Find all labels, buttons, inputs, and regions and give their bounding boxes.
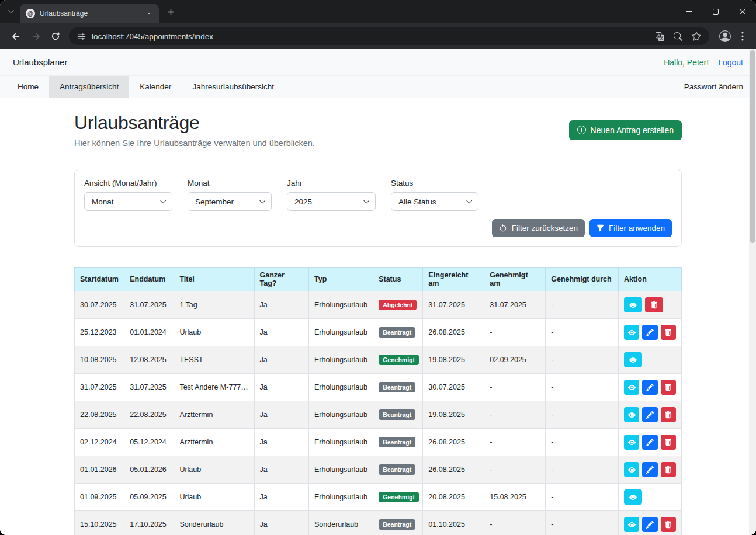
trash-icon bbox=[664, 411, 672, 419]
filter-select-status[interactable]: Alle Status bbox=[391, 192, 478, 211]
create-request-button[interactable]: Neuen Antrag erstellen bbox=[569, 120, 682, 140]
page-subtitle: Hier können Sie Ihre Urlaubsanträge verw… bbox=[74, 138, 315, 148]
cell-status: Beantragt bbox=[373, 511, 423, 535]
action-buttons bbox=[624, 325, 676, 340]
delete-button[interactable] bbox=[661, 407, 676, 422]
cell-startdatum: 02.12.2024 bbox=[75, 429, 124, 456]
delete-button[interactable] bbox=[645, 297, 663, 312]
filter-select-month[interactable]: September bbox=[188, 192, 272, 211]
back-button[interactable] bbox=[6, 26, 26, 46]
cell-ganzer-tag: Ja bbox=[254, 346, 309, 374]
delete-button[interactable] bbox=[661, 517, 676, 532]
nav-item-kalender[interactable]: Kalender bbox=[129, 76, 182, 98]
edit-button[interactable] bbox=[642, 435, 657, 450]
edit-button[interactable] bbox=[642, 380, 657, 395]
browser-menu-button[interactable] bbox=[735, 26, 750, 46]
cell-genehmigt-am: - bbox=[484, 401, 546, 429]
cell-enddatum: 22.08.2025 bbox=[124, 401, 174, 429]
page-title: Urlaubsanträge bbox=[74, 112, 315, 134]
delete-button[interactable] bbox=[661, 325, 676, 340]
site-settings-icon[interactable] bbox=[77, 32, 86, 41]
filter-label-status: Status bbox=[391, 179, 478, 187]
cell-enddatum: 05.09.2025 bbox=[124, 484, 174, 511]
nav-item-jahresurlaubsubersicht[interactable]: Jahresurlaubsübersicht bbox=[182, 76, 285, 98]
edit-button[interactable] bbox=[642, 517, 657, 532]
cell-genehmigt-durch: - bbox=[546, 401, 619, 429]
column-header-aktion: Aktion bbox=[618, 268, 681, 291]
close-button[interactable] bbox=[729, 0, 756, 23]
action-buttons bbox=[624, 352, 676, 367]
address-bar[interactable]: localhost:7045/appointments/index bbox=[69, 27, 709, 45]
filter-label-year: Jahr bbox=[287, 179, 376, 187]
translate-icon[interactable] bbox=[656, 32, 664, 41]
status-badge: Beantragt bbox=[379, 382, 415, 393]
cell-titel: 1 Tag bbox=[174, 291, 254, 319]
cell-aktion bbox=[618, 401, 681, 429]
browser-tab[interactable]: @ Urlaubsanträge bbox=[20, 4, 159, 23]
chevron-down-icon bbox=[8, 8, 15, 15]
cell-genehmigt-am: 02.09.2025 bbox=[484, 346, 546, 374]
profile-button[interactable] bbox=[715, 26, 735, 46]
edit-button[interactable] bbox=[642, 325, 657, 340]
apply-filter-button[interactable]: Filter anwenden bbox=[589, 219, 672, 237]
view-button[interactable] bbox=[624, 517, 639, 532]
table-body: 30.07.202531.07.20251 TagJaErholungsurla… bbox=[75, 291, 682, 535]
cell-status: Genehmigt bbox=[373, 484, 423, 511]
tab-search-button[interactable] bbox=[2, 0, 20, 23]
delete-button[interactable] bbox=[661, 462, 676, 477]
delete-button[interactable] bbox=[661, 380, 676, 395]
cell-status: Genehmigt bbox=[373, 346, 423, 374]
cell-startdatum: 31.07.2025 bbox=[75, 374, 124, 401]
view-button[interactable] bbox=[624, 435, 639, 450]
cell-titel: Arzttermin bbox=[174, 401, 254, 429]
scrollbar-thumb[interactable] bbox=[750, 50, 755, 243]
view-button[interactable] bbox=[624, 380, 639, 395]
status-badge: Abgelehnt bbox=[379, 300, 417, 311]
cell-genehmigt-am: - bbox=[484, 429, 546, 456]
cell-aktion bbox=[618, 484, 681, 511]
view-button[interactable] bbox=[624, 297, 642, 312]
cell-ganzer-tag: Ja bbox=[254, 291, 309, 319]
reload-button[interactable] bbox=[46, 26, 65, 46]
edit-button[interactable] bbox=[642, 462, 657, 477]
filter-select-view-mode[interactable]: Monat bbox=[84, 192, 172, 211]
nav-item-home[interactable]: Home bbox=[7, 76, 49, 98]
cell-ganzer-tag: Ja bbox=[254, 401, 309, 429]
tab-close-icon[interactable] bbox=[144, 8, 154, 19]
forward-button[interactable] bbox=[26, 26, 46, 46]
minimize-button[interactable] bbox=[675, 0, 702, 23]
cell-titel: Urlaub bbox=[174, 319, 254, 346]
filter-label-month: Monat bbox=[188, 179, 272, 187]
logout-link[interactable]: Logout bbox=[718, 58, 743, 67]
table-row: 02.12.202405.12.2024ArztterminJaErholung… bbox=[75, 429, 682, 456]
new-tab-button[interactable] bbox=[161, 0, 180, 23]
cell-titel: Sonderurlaub bbox=[174, 511, 254, 535]
view-button[interactable] bbox=[624, 489, 642, 505]
cell-genehmigt-am: - bbox=[484, 456, 546, 484]
cell-startdatum: 01.01.2026 bbox=[75, 456, 124, 484]
bookmark-star-icon[interactable] bbox=[692, 32, 701, 41]
cell-aktion bbox=[618, 374, 681, 401]
kebab-menu-icon bbox=[741, 32, 744, 41]
nav-spacer bbox=[285, 76, 678, 98]
view-button[interactable] bbox=[624, 325, 639, 340]
filter-actions: Filter zurücksetzen Filter anwenden bbox=[84, 219, 672, 237]
cell-enddatum: 12.08.2025 bbox=[124, 346, 174, 374]
edit-button[interactable] bbox=[642, 407, 657, 422]
view-button[interactable] bbox=[624, 462, 639, 477]
cell-status: Abgelehnt bbox=[373, 291, 423, 319]
page-scrollbar[interactable] bbox=[749, 49, 756, 535]
view-button[interactable] bbox=[624, 352, 642, 367]
filter-select-year[interactable]: 2025 bbox=[287, 192, 376, 211]
maximize-button[interactable] bbox=[702, 0, 729, 23]
reset-filter-button[interactable]: Filter zurücksetzen bbox=[492, 219, 585, 237]
delete-button[interactable] bbox=[661, 435, 676, 450]
nav-item-antragsubersicht[interactable]: Antragsübersicht bbox=[49, 76, 129, 98]
search-icon[interactable] bbox=[674, 32, 682, 41]
change-password-link[interactable]: Passwort ändern bbox=[678, 76, 749, 98]
user-greeting: Hallo, Peter! bbox=[664, 58, 709, 67]
view-button[interactable] bbox=[624, 407, 639, 422]
table-row: 30.07.202531.07.20251 TagJaErholungsurla… bbox=[75, 291, 682, 319]
action-buttons bbox=[624, 380, 676, 395]
status-badge: Beantragt bbox=[379, 409, 415, 421]
